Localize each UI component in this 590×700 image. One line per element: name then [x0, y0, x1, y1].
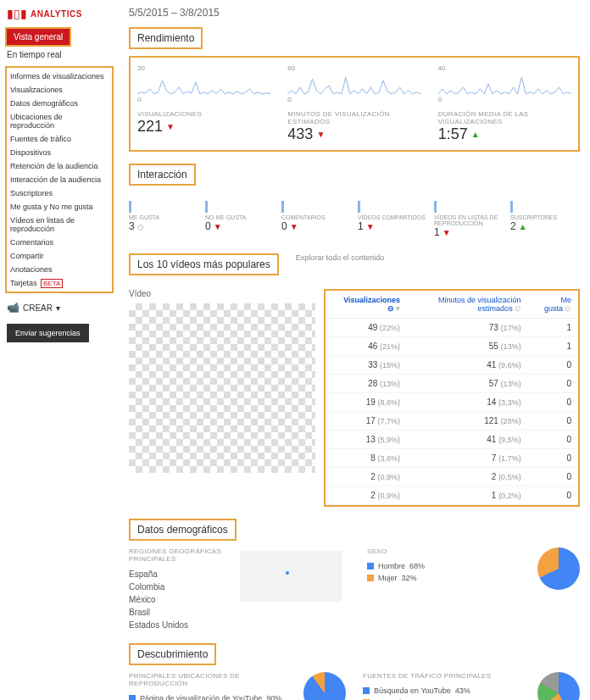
- nav-reports-header[interactable]: Informes de visualizaciones: [7, 69, 112, 83]
- explore-link[interactable]: Explorar todo el contenido: [296, 253, 385, 262]
- interaction-metric[interactable]: VÍDEOS COMPARTIDOS1 ▼: [358, 196, 427, 238]
- arrow-neutral-icon: ◇: [137, 222, 144, 231]
- nav-realtime[interactable]: En tiempo real: [0, 47, 119, 63]
- table-row[interactable]: 19 (8,6%)14 (3,3%)0: [326, 393, 578, 412]
- performance-title: Rendimiento: [129, 27, 203, 49]
- nav-suscriptores[interactable]: Suscriptores: [7, 186, 112, 200]
- th-views[interactable]: Visualizaciones ⊝▾: [326, 291, 407, 319]
- logo-text: ANALYTICS: [31, 9, 82, 19]
- arrow-down-icon: ▼: [166, 122, 175, 131]
- interaction-metric[interactable]: NO ME GUSTA0 ▼: [205, 196, 275, 238]
- nav-anotaciones[interactable]: Anotaciones: [7, 263, 112, 276]
- help-icon[interactable]: ⊙: [565, 304, 571, 313]
- nav-retencion[interactable]: Retención de la audiencia: [7, 159, 112, 173]
- analytics-icon: ▮▯▮: [7, 7, 27, 20]
- metric-value: 1:57 ▲: [438, 125, 571, 143]
- sort-icon: ⊝: [387, 304, 394, 313]
- map-dot-icon: [286, 571, 289, 575]
- metric-value: 1 ▼: [358, 220, 427, 232]
- send-feedback-button[interactable]: Enviar sugerencias: [7, 324, 89, 342]
- table-row[interactable]: 2 (0,9%)1 (0,2%)0: [326, 486, 578, 505]
- table-row[interactable]: 17 (7,7%)121 (28%)0: [326, 412, 578, 431]
- table-row[interactable]: 2 (0,9%)2 (0,5%)0: [326, 468, 578, 486]
- metric-label: ME GUSTA: [129, 214, 198, 220]
- bar-icon: [205, 201, 208, 213]
- nav-tarjetas-label: Tarjetas: [10, 279, 37, 287]
- help-icon[interactable]: ⊙: [515, 304, 521, 313]
- th-minutes[interactable]: Minutos de visualización estimados⊙: [407, 291, 528, 319]
- metric-value: 1 ▼: [434, 226, 504, 238]
- region-item[interactable]: Colombia: [129, 581, 231, 593]
- region-item[interactable]: México: [129, 593, 231, 606]
- region-item[interactable]: España: [129, 568, 231, 581]
- world-map: [240, 551, 342, 602]
- gender-subtitle: SEXO: [367, 547, 529, 555]
- traffic-pie-chart: [537, 672, 580, 700]
- th-likes[interactable]: Me gusta⊙: [528, 291, 578, 319]
- nav-fuentes[interactable]: Fuentes de tráfico: [7, 132, 112, 146]
- discovery-title: Descubrimiento: [129, 643, 216, 665]
- legend-color-icon: [367, 575, 374, 581]
- nav-ubicaciones[interactable]: Ubicaciones de reproducción: [7, 110, 112, 132]
- metric-value: 433 ▼: [287, 125, 420, 143]
- table-row[interactable]: 33 (15%)41 (9,6%)0: [326, 356, 578, 375]
- minutes-sparkline: 60 0: [287, 64, 420, 103]
- metric-label: MINUTOS DE VISUALIZACIÓN ESTIMADOS: [287, 110, 420, 125]
- interaction-metric[interactable]: ME GUSTA3 ◇: [129, 196, 198, 238]
- interaction-metric[interactable]: COMENTARIOS0 ▼: [281, 196, 351, 238]
- interaction-metric[interactable]: SUSCRIPTORES2 ▲: [510, 196, 580, 238]
- metric-label: VÍDEOS COMPARTIDOS: [358, 214, 427, 220]
- date-range[interactable]: 5/5/2015 – 3/8/2015: [129, 7, 580, 19]
- table-row[interactable]: 8 (3,6%)7 (1,7%)0: [326, 449, 578, 468]
- table-row[interactable]: 46 (21%)55 (13%)1: [326, 337, 578, 356]
- metric-label: COMENTARIOS: [281, 214, 351, 220]
- metric-label: VÍDEOS EN LISTAS DE REPRODUCCIÓN: [434, 214, 504, 226]
- duration-sparkline: 40 0: [438, 64, 571, 103]
- table-row[interactable]: 49 (22%)73 (17%)1: [326, 319, 578, 337]
- metric-label: VISUALIZACIONES: [137, 110, 270, 118]
- perf-metric[interactable]: DURACIÓN MEDIA DE LAS VISUALIZACIONES1:5…: [438, 110, 571, 143]
- legend-item: Búsqueda en YouTube 43%: [363, 685, 531, 697]
- nav-demograficos[interactable]: Datos demográficos: [7, 97, 112, 110]
- legend-color-icon: [367, 563, 374, 569]
- nav-dispositivos[interactable]: Dispositivos: [7, 146, 112, 159]
- legend-color-icon: [129, 695, 136, 700]
- table-row[interactable]: 28 (13%)57 (13%)0: [326, 375, 578, 393]
- top-videos-table: Visualizaciones ⊝▾ Minutos de visualizac…: [326, 291, 578, 505]
- nav-compartir[interactable]: Compartir: [7, 249, 112, 263]
- chevron-down-icon: ▾: [56, 303, 60, 313]
- arrow-up-icon: ▲: [519, 222, 527, 231]
- region-item[interactable]: Estados Unidos: [129, 619, 231, 631]
- legend-color-icon: [363, 687, 370, 694]
- interaction-title: Interacción: [129, 164, 196, 186]
- bar-icon: [434, 201, 437, 213]
- perf-metric[interactable]: VISUALIZACIONES221 ▼: [137, 110, 270, 143]
- gender-pie-chart: [537, 547, 580, 590]
- arrow-down-icon: ▼: [214, 222, 222, 231]
- table-row[interactable]: 13 (5,9%)41 (9,5%)0: [326, 431, 578, 449]
- arrow-down-icon: ▼: [442, 228, 451, 237]
- perf-metric[interactable]: MINUTOS DE VISUALIZACIÓN ESTIMADOS433 ▼: [287, 110, 420, 143]
- nav-tarjetas[interactable]: Tarjetas BETA: [7, 276, 112, 290]
- nav-visualizaciones[interactable]: Visualizaciones: [7, 83, 112, 97]
- nav-comentarios[interactable]: Comentarios: [7, 236, 112, 249]
- crear-button[interactable]: 📹 CREAR ▾: [0, 297, 119, 319]
- crear-label: CREAR: [23, 303, 53, 313]
- arrow-down-icon: ▼: [366, 222, 375, 231]
- interaction-metric[interactable]: VÍDEOS EN LISTAS DE REPRODUCCIÓN1 ▼: [434, 196, 504, 238]
- performance-box: 30 0 60 0 40 0 VISUALIZACIONES221 ▼MINUT…: [129, 56, 580, 152]
- demographics-title: Datos demográficos: [129, 519, 237, 541]
- nav-vista-general[interactable]: Vista general: [7, 29, 70, 45]
- nav-interaccion-header[interactable]: Interacción de la audiencia: [7, 173, 112, 186]
- main-content: 5/5/2015 – 3/8/2015 Rendimiento 30 0 60 …: [119, 0, 590, 700]
- traffic-subtitle: FUENTES DE TRÁFICO PRINCIPALES: [363, 672, 531, 680]
- metric-label: DURACIÓN MEDIA DE LAS VISUALIZACIONES: [438, 110, 571, 125]
- metric-value: 3 ◇: [129, 220, 198, 232]
- nav-listas[interactable]: Vídeos en listas de reproducción: [7, 214, 112, 236]
- sidebar: ▮▯▮ ANALYTICS Vista general En tiempo re…: [0, 0, 119, 700]
- help-icon[interactable]: ▾: [396, 304, 400, 313]
- region-item[interactable]: Brasil: [129, 606, 231, 619]
- video-column-label: Vídeo: [129, 289, 315, 298]
- camera-icon: 📹: [7, 302, 19, 314]
- nav-megusta[interactable]: Me gusta y No me gusta: [7, 200, 112, 214]
